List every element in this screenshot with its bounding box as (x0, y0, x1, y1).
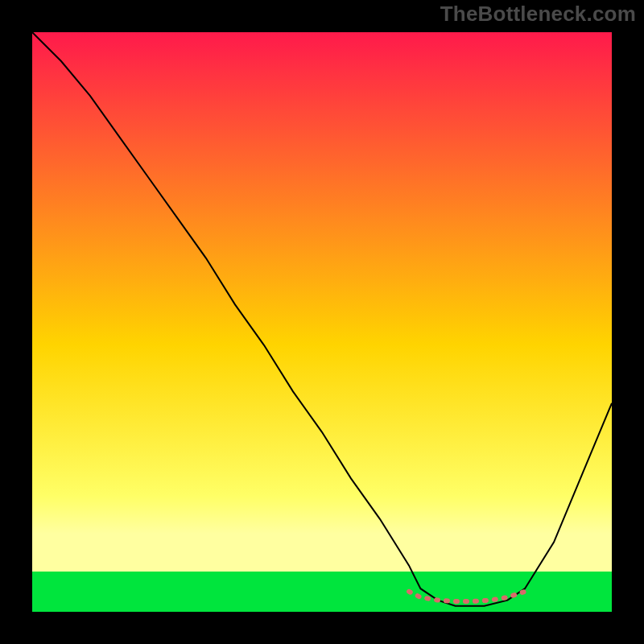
chart-svg (32, 32, 612, 612)
gradient-background (32, 32, 612, 572)
chart-container: TheBottleneck.com (0, 0, 644, 644)
watermark-text: TheBottleneck.com (440, 2, 636, 27)
plot-area (32, 32, 612, 612)
